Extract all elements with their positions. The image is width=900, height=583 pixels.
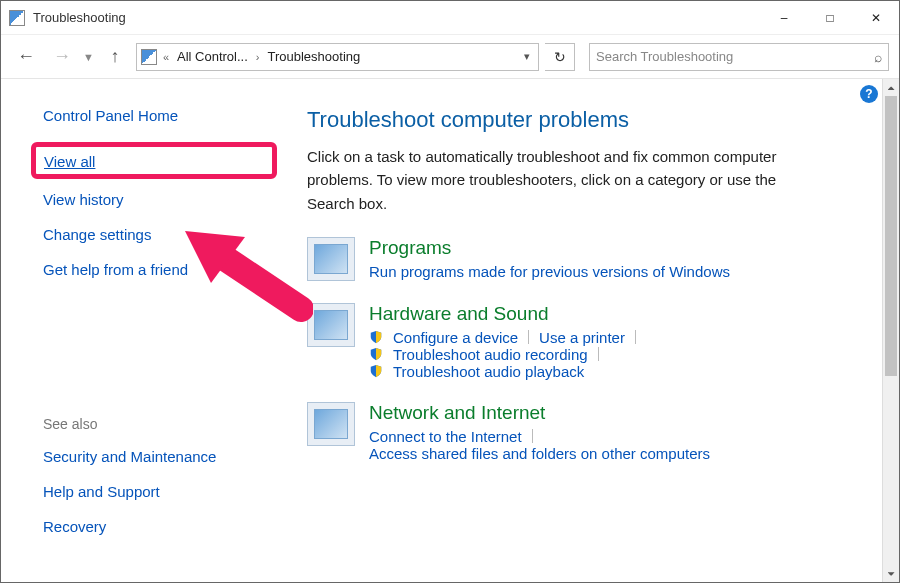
address-root-chevron-icon: «: [161, 51, 171, 63]
maximize-button[interactable]: □: [807, 1, 853, 34]
link-connect-internet[interactable]: Connect to the Internet: [369, 428, 522, 445]
sidebar-security-maintenance[interactable]: Security and Maintenance: [43, 448, 277, 465]
address-bar[interactable]: « All Control... › Troubleshooting ▾: [136, 43, 539, 71]
window-controls: – □ ✕: [761, 1, 899, 34]
sidebar-recovery[interactable]: Recovery: [43, 518, 277, 535]
sidebar-view-history[interactable]: View history: [43, 191, 277, 208]
breadcrumb-troubleshooting[interactable]: Troubleshooting: [266, 49, 363, 64]
app-icon: [9, 10, 25, 26]
back-button[interactable]: ←: [11, 42, 41, 72]
link-configure-device[interactable]: Configure a device: [393, 329, 518, 346]
sidebar-home[interactable]: Control Panel Home: [43, 107, 277, 124]
separator: [532, 429, 533, 443]
search-icon[interactable]: ⌕: [874, 49, 882, 65]
recent-dropdown-icon[interactable]: ▼: [83, 51, 94, 63]
category-network-title[interactable]: Network and Internet: [369, 402, 710, 424]
link-use-printer[interactable]: Use a printer: [539, 329, 625, 346]
see-also-label: See also: [43, 416, 277, 432]
annotation-highlight: View all: [31, 142, 277, 179]
chevron-right-icon: ›: [254, 51, 262, 63]
link-run-compat[interactable]: Run programs made for previous versions …: [369, 263, 730, 280]
sidebar: Control Panel Home View all View history…: [1, 79, 301, 582]
programs-icon: [307, 237, 355, 281]
forward-button[interactable]: →: [47, 42, 77, 72]
navigation-bar: ← → ▼ ↑ « All Control... › Troubleshooti…: [1, 35, 899, 79]
category-programs-title[interactable]: Programs: [369, 237, 730, 259]
breadcrumb-all-control-panel[interactable]: All Control...: [175, 49, 250, 64]
link-audio-playback[interactable]: Troubleshoot audio playback: [393, 363, 584, 380]
page-description: Click on a task to automatically trouble…: [307, 145, 827, 215]
scroll-thumb[interactable]: [885, 96, 897, 376]
address-dropdown-icon[interactable]: ▾: [520, 50, 534, 63]
scroll-down-arrow[interactable]: ⏷: [883, 565, 899, 582]
window-title: Troubleshooting: [33, 10, 761, 25]
refresh-button[interactable]: ↻: [545, 43, 575, 71]
separator: [635, 330, 636, 344]
network-icon: [307, 402, 355, 446]
content-area: Control Panel Home View all View history…: [1, 79, 882, 582]
category-programs: Programs Run programs made for previous …: [307, 237, 852, 281]
sidebar-change-settings[interactable]: Change settings: [43, 226, 277, 243]
help-icon[interactable]: ?: [860, 85, 878, 103]
address-icon: [141, 49, 157, 65]
page-title: Troubleshoot computer problems: [307, 107, 852, 133]
category-hardware-title[interactable]: Hardware and Sound: [369, 303, 640, 325]
up-button[interactable]: ↑: [100, 42, 130, 72]
close-button[interactable]: ✕: [853, 1, 899, 34]
category-hardware: Hardware and Sound Configure a device Us…: [307, 303, 852, 380]
scroll-up-arrow[interactable]: ⏶: [883, 79, 899, 96]
separator: [528, 330, 529, 344]
minimize-button[interactable]: –: [761, 1, 807, 34]
vertical-scrollbar[interactable]: ⏶ ⏷: [882, 79, 899, 582]
sidebar-get-help[interactable]: Get help from a friend: [43, 261, 277, 278]
search-box[interactable]: ⌕: [589, 43, 889, 71]
client-area: Control Panel Home View all View history…: [1, 79, 899, 582]
sidebar-view-all[interactable]: View all: [44, 153, 95, 170]
shield-icon: [369, 347, 383, 361]
main-panel: ? Troubleshoot computer problems Click o…: [301, 79, 882, 582]
titlebar: Troubleshooting – □ ✕: [1, 1, 899, 35]
search-input[interactable]: [596, 49, 874, 64]
category-network: Network and Internet Connect to the Inte…: [307, 402, 852, 462]
separator: [598, 347, 599, 361]
sidebar-help-support[interactable]: Help and Support: [43, 483, 277, 500]
link-audio-recording[interactable]: Troubleshoot audio recording: [393, 346, 588, 363]
link-shared-files[interactable]: Access shared files and folders on other…: [369, 445, 710, 462]
hardware-icon: [307, 303, 355, 347]
shield-icon: [369, 364, 383, 378]
shield-icon: [369, 330, 383, 344]
